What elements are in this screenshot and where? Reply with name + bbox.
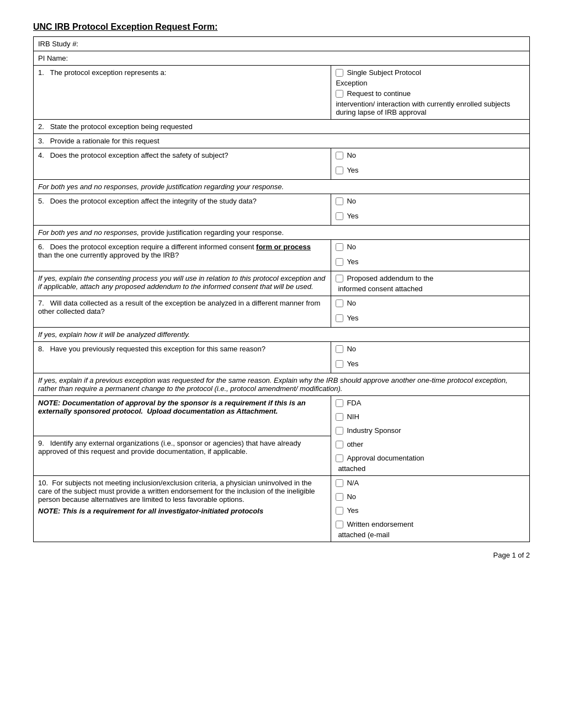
form-table: IRB Study #: PI Name: 1. The protocol ex…	[33, 36, 530, 542]
nih-label: NIH	[347, 413, 359, 421]
q7-left: 7. Will data collected as a result of th…	[34, 296, 331, 328]
q10-no-label: No	[347, 493, 356, 501]
approval-doc-attached: attached	[336, 464, 525, 473]
q8-no-checkbox[interactable]	[336, 345, 343, 353]
q4-no-checkbox[interactable]	[336, 152, 343, 159]
approval-doc-label: Approval documentation	[347, 454, 424, 462]
q10-row: 10. For subjects not meeting inclusion/e…	[34, 476, 530, 542]
q4-no-label: No	[347, 151, 356, 159]
q8-yes-item[interactable]: Yes	[336, 360, 525, 368]
q4-right: No Yes	[331, 148, 530, 180]
q5-yes-item[interactable]: Yes	[336, 212, 525, 220]
fda-checkbox[interactable]	[336, 399, 343, 407]
q10-yes-label: Yes	[347, 506, 358, 515]
fda-item[interactable]: FDA	[336, 399, 525, 407]
other-label: other	[347, 440, 363, 448]
irb-study-label: IRB Study #:	[34, 37, 331, 51]
page-title: UNC IRB Protocol Exception Request Form:	[33, 22, 530, 32]
q4-no-item[interactable]: No	[336, 151, 525, 159]
fda-label: FDA	[347, 399, 361, 407]
irb-study-value[interactable]	[331, 37, 530, 51]
q6-yes-item[interactable]: Yes	[336, 258, 525, 266]
irb-study-row: IRB Study #:	[34, 37, 530, 51]
q10-written-item[interactable]: Written endorsement	[336, 520, 525, 528]
q10-na-item[interactable]: N/A	[336, 479, 525, 487]
q10-written-label: Written endorsement	[347, 520, 413, 528]
q7-yes-label: Yes	[347, 314, 358, 322]
q1-checkbox-single-input[interactable]	[336, 69, 343, 77]
q5-no-label: No	[347, 197, 356, 205]
q7-yes-item[interactable]: Yes	[336, 314, 525, 322]
q4-note-left: For both yes and no responses, provide j…	[34, 180, 530, 194]
q4-note-row: For both yes and no responses, provide j…	[34, 180, 530, 194]
q5-note-row: For both yes and no responses, provide j…	[34, 226, 530, 240]
q10-no-checkbox[interactable]	[336, 493, 343, 501]
q1-label-request: Request to continue	[347, 89, 411, 98]
q4-yes-checkbox[interactable]	[336, 167, 343, 174]
q7-no-label: No	[347, 299, 356, 307]
approval-doc-item[interactable]: Approval documentation	[336, 454, 525, 462]
q7-row: 7. Will data collected as a result of th…	[34, 296, 530, 328]
q4-yes-item[interactable]: Yes	[336, 166, 525, 174]
q2-row: 2. State the protocol exception being re…	[34, 120, 530, 134]
q8-left: 8. Have you previously requested this ex…	[34, 342, 331, 373]
q6-yes-checkbox[interactable]	[336, 258, 343, 266]
industry-item[interactable]: Industry Sponsor	[336, 426, 525, 435]
q7-spacer	[336, 309, 525, 314]
approval-doc-checkbox[interactable]	[336, 454, 343, 462]
q5-yes-label: Yes	[347, 212, 358, 220]
q1-left: 1. The protocol exception represents a:	[34, 66, 331, 120]
q8-yes-label: Yes	[347, 360, 358, 368]
q1-checkbox-single[interactable]: Single Subject Protocol	[336, 68, 525, 77]
note-doc-right: FDA NIH Industry Sponsor other Approval …	[331, 396, 530, 476]
q10-yes-item[interactable]: Yes	[336, 506, 525, 515]
q6-left: 6. Does the protocol exception require a…	[34, 240, 331, 271]
q10-right: N/A No Yes Written endorsement attached …	[331, 476, 530, 542]
q6-no-checkbox[interactable]	[336, 243, 343, 251]
q8-yes-checkbox[interactable]	[336, 360, 343, 368]
q10-note: NOTE: This is a requirement for all inve…	[38, 507, 326, 515]
q1-checkbox-request[interactable]: Request to continue	[336, 89, 525, 98]
nih-checkbox[interactable]	[336, 413, 343, 421]
q1-row: 1. The protocol exception represents a: …	[34, 66, 530, 120]
q10-left: 10. For subjects not meeting inclusion/e…	[34, 476, 331, 542]
other-item[interactable]: other	[336, 440, 525, 448]
q1-checkbox-request-input[interactable]	[336, 90, 343, 98]
q1-label-single: Single Subject Protocol	[347, 68, 421, 77]
q7-no-item[interactable]: No	[336, 299, 525, 307]
q10-text: 10. For subjects not meeting inclusion/e…	[38, 479, 326, 504]
q10-no-item[interactable]: No	[336, 493, 525, 501]
q7-yes-checkbox[interactable]	[336, 314, 343, 322]
q7-right: No Yes	[331, 296, 530, 328]
q7-note-left: If yes, explain how it will be analyzed …	[34, 328, 530, 342]
q8-note-row: If yes, explain if a previous exception …	[34, 373, 530, 396]
q8-no-item[interactable]: No	[336, 345, 525, 353]
note-doc-row: NOTE: Documentation of approval by the s…	[34, 396, 530, 436]
pi-name-value[interactable]	[331, 51, 530, 66]
q6-no-item[interactable]: No	[336, 243, 525, 251]
pi-name-label: PI Name:	[34, 51, 331, 66]
q8-right: No Yes	[331, 342, 530, 373]
q8-no-label: No	[347, 345, 356, 353]
q6-addendum-label: Proposed addendum to the	[347, 274, 433, 282]
note-doc-left: NOTE: Documentation of approval by the s…	[34, 396, 331, 436]
q5-no-checkbox[interactable]	[336, 197, 343, 205]
q5-spacer	[336, 207, 525, 212]
nih-item[interactable]: NIH	[336, 413, 525, 421]
q9-left: 9. Identify any external organizations (…	[34, 436, 331, 476]
q5-yes-checkbox[interactable]	[336, 212, 343, 220]
q10-yes-checkbox[interactable]	[336, 507, 343, 515]
q4-spacer	[336, 162, 525, 166]
q7-no-checkbox[interactable]	[336, 299, 343, 307]
industry-checkbox[interactable]	[336, 427, 343, 435]
q6-no-label: No	[347, 243, 356, 251]
q5-no-item[interactable]: No	[336, 197, 525, 205]
q6-addendum-item[interactable]: Proposed addendum to the	[336, 274, 525, 282]
other-checkbox[interactable]	[336, 441, 343, 448]
q10-written-checkbox[interactable]	[336, 521, 343, 528]
q6-addendum-checkbox[interactable]	[336, 275, 343, 282]
q3-row: 3. Provide a rationale for this request	[34, 134, 530, 148]
q10-na-checkbox[interactable]	[336, 479, 343, 487]
q8-spacer	[336, 355, 525, 360]
q2-left: 2. State the protocol exception being re…	[34, 120, 530, 134]
